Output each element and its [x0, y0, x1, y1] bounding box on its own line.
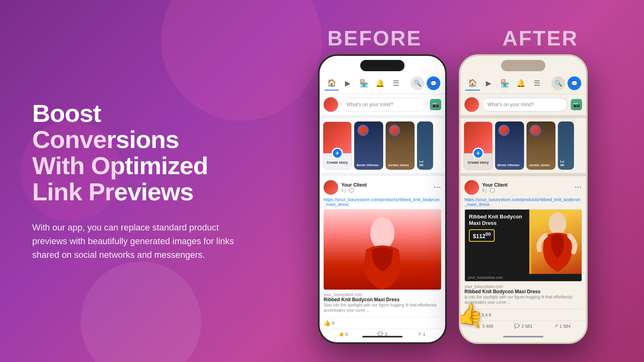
fb-link-title-before: Ribbed Knit Bodycon Maxi Dress: [324, 297, 441, 302]
story-partial-bg-after: LoWi: [558, 121, 574, 170]
story-create-img-after: +: [464, 122, 492, 153]
story-bente-after[interactable]: Bente Othman: [495, 121, 524, 170]
comment-action-after[interactable]: 💬 2 681: [504, 323, 543, 329]
post-input-before[interactable]: What's on your mind?: [341, 98, 427, 111]
nav-store-icon[interactable]: 🏪: [357, 76, 371, 90]
after-site-url: your_luxurystore.com: [465, 274, 582, 281]
story-plus-icon: +: [332, 148, 343, 159]
fb-post-avatar-before: [324, 180, 338, 195]
story-create-before[interactable]: + Create story: [323, 121, 352, 170]
messenger-icon-after[interactable]: 💬: [568, 76, 581, 90]
right-panel: BEFORE AFTER 🏠 ▶ 🏪 🔔 ☰: [262, 18, 644, 344]
fb-post-dots-after[interactable]: ···: [575, 183, 582, 192]
story-partial-after[interactable]: LoWi: [558, 121, 574, 170]
story-bente-before[interactable]: Bente Othman: [354, 121, 383, 170]
stories-before: + Create story Bente Othman: [320, 118, 445, 176]
fb-actions-before: 👍 6 💬 3 ↗ 1: [324, 329, 441, 337]
nav-video-icon-after[interactable]: ▶: [481, 76, 496, 90]
avatar-postbox-after: [464, 97, 479, 112]
after-price-badge: $11200: [469, 229, 495, 242]
story-partial-before[interactable]: LoWi: [417, 121, 433, 170]
story-bente-name: Bente Othman: [357, 163, 379, 167]
post-input-after[interactable]: What's on your mind?: [482, 98, 568, 111]
like-action-before[interactable]: 👍 6: [324, 331, 363, 337]
nav-video-icon[interactable]: ▶: [341, 76, 355, 90]
fb-link-desc-before: Step into the spotlight with our figure-…: [324, 302, 441, 313]
story-partial-name: LoWi: [419, 160, 423, 167]
story-jordan-name-after: Jordan Jones: [529, 163, 550, 167]
nav-menu-icon-after[interactable]: ☰: [530, 76, 544, 90]
story-create-label-after: Create story: [466, 160, 491, 165]
story-jordan-after[interactable]: Jordan Jones: [526, 121, 555, 170]
search-icon-after[interactable]: 🔍: [551, 76, 565, 90]
story-jordan-bg: Jordan Jones: [386, 121, 415, 170]
fb-post-header-after: Your Client 5 j · ···: [464, 180, 582, 195]
fb-post-dots-before[interactable]: ···: [434, 183, 441, 192]
after-text-panel: Ribbed Knit Bodycon Maxi Dress $11200: [465, 210, 529, 274]
comment-action-icon-after: 💬: [514, 323, 520, 329]
fb-post-author-before: Your Client 5 j ·: [341, 182, 431, 193]
story-jordan-bg-after: Jordan Jones: [526, 121, 555, 170]
fb-reactions-before: 👍 6: [324, 317, 441, 329]
story-bente-bg: Bente Othman: [354, 121, 383, 170]
fb-nav-right-after: 🔍 💬: [551, 76, 581, 90]
photo-icon-after[interactable]: 📷: [571, 99, 582, 110]
phone-notch-after: [501, 60, 545, 71]
fb-post-url-before[interactable]: https://your_luxurystore.com/products/ri…: [324, 197, 441, 207]
after-image-section: [529, 210, 582, 274]
after-label: AFTER: [502, 26, 578, 50]
share-action-after[interactable]: ↗ 1 584: [543, 323, 582, 329]
like-action-icon: 👍: [339, 331, 344, 337]
phone-after: 👍 🏠 ▶ 🏪 🔔 ☰ 🔍 💬: [459, 54, 588, 344]
messenger-icon-before[interactable]: 💬: [427, 76, 440, 90]
story-plus-icon-after: +: [473, 148, 484, 159]
search-icon-before[interactable]: 🔍: [411, 76, 424, 90]
reactions-count-after: 3,4 K: [481, 313, 492, 317]
story-partial-name-after: LoWi: [560, 160, 564, 167]
story-create-label: Create story: [325, 160, 350, 165]
share-action-icon: ↗: [418, 331, 421, 337]
fb-link-meta-before: your_luxurystore.com Ribbed Knit Bodycon…: [324, 290, 441, 315]
fb-post-url-after[interactable]: https://your_luxurystore.com/products/ri…: [464, 197, 582, 207]
comparison-labels: BEFORE AFTER: [327, 26, 578, 50]
nav-bell-icon-after[interactable]: 🔔: [514, 76, 528, 90]
fb-post-avatar-after: [464, 180, 479, 195]
story-jordan-name: Jordan Jones: [388, 163, 409, 167]
share-action-icon-after: ↗: [554, 323, 558, 329]
fb-nav-right-before: 🔍 💬: [411, 76, 440, 90]
fb-nav-icons-after: 🏠 ▶ 🏪 🔔 ☰: [465, 76, 544, 90]
story-jordan-avatar: [389, 125, 400, 136]
fb-post-box-before: What's on your mind? 📷: [320, 94, 445, 118]
link-preview-after: Ribbed Knit Bodycon Maxi Dress $11200: [464, 209, 582, 282]
fb-nav-icons-before: 🏠 ▶ 🏪 🔔 ☰: [324, 76, 403, 90]
avatar-postbox-before: [324, 97, 338, 112]
phone-screen-after: 🏠 ▶ 🏪 🔔 ☰ 🔍 💬: [460, 56, 586, 342]
story-create-img-before: +: [323, 122, 351, 153]
fb-post-header-before: Your Client 5 j · ···: [324, 180, 441, 195]
fb-link-site-before: your_luxurystore.com: [324, 292, 441, 297]
nav-menu-icon[interactable]: ☰: [389, 76, 403, 90]
fb-post-author-after: Your Client 5 j ·: [482, 182, 572, 193]
nav-home-icon[interactable]: 🏠: [324, 76, 339, 90]
phones-container: 🏠 ▶ 🏪 🔔 ☰ 🔍 💬: [318, 54, 588, 344]
stories-after: + Create story Bente Othman: [460, 118, 586, 176]
story-bente-avatar-after: [498, 125, 510, 136]
fb-post-box-after: What's on your mind? 📷: [460, 94, 586, 118]
fb-post-name-before: Your Client: [341, 182, 431, 188]
fb-link-site-after: your_luxurystore.com: [464, 284, 582, 289]
after-price: $11200: [473, 233, 491, 239]
thumbs-emoji: 👍: [459, 302, 483, 326]
home-bar-before: [362, 336, 402, 337]
share-action-before[interactable]: ↗ 1: [402, 331, 441, 337]
like-icon-before: 👍: [324, 320, 330, 326]
phone-notch-before: [360, 60, 405, 71]
bg-decoration-3: [20, 121, 121, 221]
nav-bell-icon[interactable]: 🔔: [373, 76, 387, 90]
nav-store-icon-after[interactable]: 🏪: [497, 76, 512, 90]
photo-icon-before[interactable]: 📷: [430, 99, 441, 110]
story-jordan-before[interactable]: Jordan Jones: [386, 121, 415, 170]
nav-home-icon-after[interactable]: 🏠: [465, 76, 480, 90]
fb-link-title-after: Ribbed Knit Bodycon Maxi Dress: [464, 289, 582, 294]
story-create-after[interactable]: + Create story: [464, 121, 493, 170]
story-bente-name-after: Bente Othman: [497, 163, 520, 167]
